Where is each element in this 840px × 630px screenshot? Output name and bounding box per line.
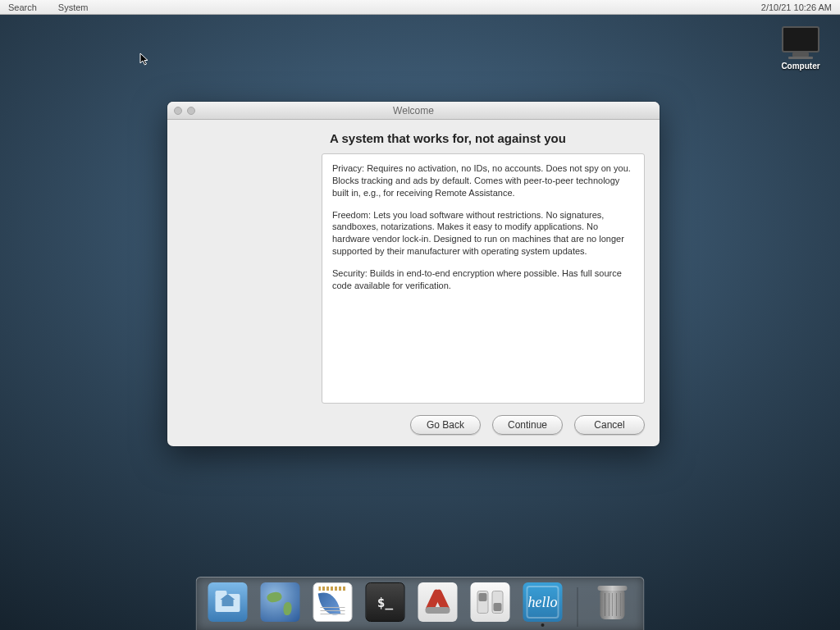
menu-search[interactable]: Search <box>8 2 37 12</box>
menu-system[interactable]: System <box>58 2 89 12</box>
welcome-paragraph: Privacy: Requires no activation, no IDs,… <box>332 162 634 199</box>
welcome-window: Welcome A system that works for, not aga… <box>167 102 660 446</box>
welcome-paragraph: Freedom: Lets you load software without … <box>332 209 634 258</box>
cancel-button[interactable]: Cancel <box>574 415 645 435</box>
running-indicator-icon <box>541 623 545 627</box>
hello-text-icon: hello <box>528 594 558 611</box>
dock-hello-icon[interactable]: hello <box>523 582 563 627</box>
welcome-heading: A system that works for, not against you <box>182 128 645 153</box>
menu-datetime[interactable]: 2/10/21 10:26 AM <box>761 2 832 12</box>
dock-utilities-icon[interactable] <box>418 582 458 627</box>
go-back-button[interactable]: Go Back <box>410 415 481 435</box>
welcome-text-box: Privacy: Requires no activation, no IDs,… <box>322 153 645 404</box>
window-titlebar[interactable]: Welcome <box>167 102 660 120</box>
desktop-computer-label: Computer <box>781 62 819 71</box>
terminal-prompt-icon: $_ <box>377 595 393 610</box>
monitor-icon <box>782 26 819 52</box>
dock-files-icon[interactable] <box>208 582 248 627</box>
continue-button[interactable]: Continue <box>492 415 563 435</box>
dock-preferences-icon[interactable] <box>471 582 510 627</box>
dock-terminal-icon[interactable]: $_ <box>366 582 405 627</box>
window-title: Welcome <box>167 105 660 116</box>
dock-trash-icon[interactable] <box>593 582 632 627</box>
button-row: Go Back Continue Cancel <box>182 404 645 435</box>
menu-bar: Search System 2/10/21 10:26 AM <box>0 0 840 15</box>
dock-editor-icon[interactable] <box>313 582 353 627</box>
dock-web-icon[interactable] <box>261 582 300 627</box>
mouse-cursor-icon <box>139 52 151 67</box>
welcome-left-pane <box>182 153 322 404</box>
dock: $_ hello <box>196 577 645 630</box>
welcome-paragraph: Security: Builds in end-to-end encryptio… <box>332 267 634 292</box>
dock-separator <box>578 587 578 627</box>
desktop-computer-icon[interactable]: Computer <box>776 26 825 71</box>
window-body: A system that works for, not against you… <box>167 120 660 446</box>
